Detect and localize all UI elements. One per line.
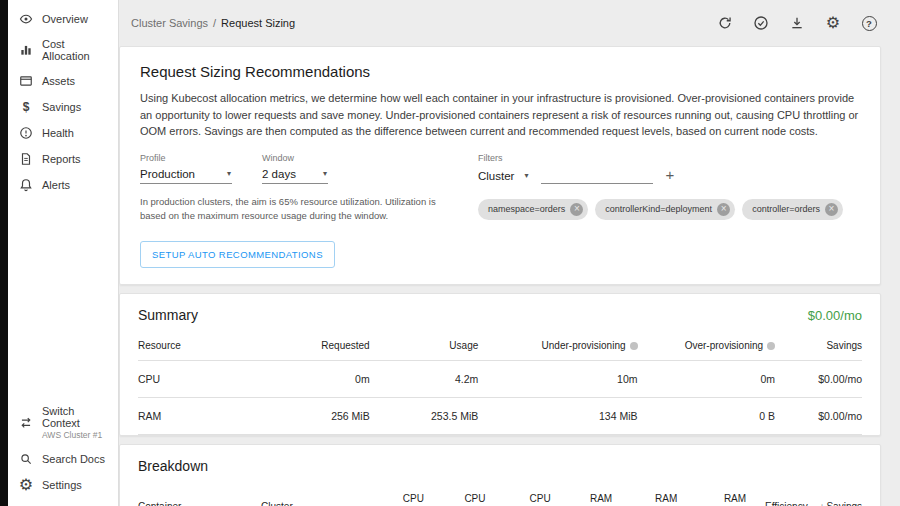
sidebar: Overview Cost Allocation Assets $ Saving… bbox=[8, 0, 119, 506]
assets-icon bbox=[19, 74, 33, 88]
table-row[interactable]: CPU 0m 4.2m 10m 0m $0.00/mo bbox=[138, 361, 862, 398]
total-savings-amount: $0.00/mo bbox=[808, 308, 862, 323]
cell-savings: $0.00/mo bbox=[775, 361, 862, 398]
sidebar-item-label: Cost Allocation bbox=[42, 38, 107, 62]
download-icon[interactable] bbox=[789, 15, 805, 31]
profile-select[interactable]: Production ▾ bbox=[140, 167, 232, 184]
breadcrumb-section[interactable]: Cluster Savings bbox=[131, 17, 208, 29]
cell-resource: RAM bbox=[138, 398, 254, 435]
sidebar-item-overview[interactable]: Overview bbox=[8, 6, 118, 32]
sidebar-footer: Switch Context AWS Cluster #1 Search Doc… bbox=[8, 399, 118, 506]
col-cpu-usage[interactable]: CPUusage bbox=[362, 482, 424, 506]
filter-chip-label: controller=orders bbox=[752, 204, 820, 214]
profile-note: In production clusters, the aim is 65% r… bbox=[140, 195, 442, 224]
col-ram-recommended[interactable]: RAMrecomm'd bbox=[677, 482, 746, 506]
cell-over: 0m bbox=[638, 361, 776, 398]
table-row[interactable]: RAM 256 MiB 253.5 MiB 134 MiB 0 B $0.00/… bbox=[138, 398, 862, 435]
cell-usage: 4.2m bbox=[370, 361, 479, 398]
refresh-icon[interactable] bbox=[717, 15, 733, 31]
cell-requested: 256 MiB bbox=[254, 398, 370, 435]
col-requested: Requested bbox=[254, 331, 370, 361]
settings-gear-icon[interactable]: ⚙ bbox=[825, 15, 841, 31]
sidebar-item-label: Savings bbox=[42, 101, 81, 113]
sidebar-item-assets[interactable]: Assets bbox=[8, 68, 118, 94]
info-icon[interactable] bbox=[767, 342, 775, 350]
switch-context-label: Switch Context bbox=[42, 405, 107, 429]
filter-chip[interactable]: controller=orders × bbox=[742, 199, 843, 220]
breadcrumb-separator: / bbox=[213, 17, 216, 29]
current-cluster-label: AWS Cluster #1 bbox=[42, 430, 107, 440]
window-label: Window bbox=[262, 153, 328, 163]
col-savings-sorted[interactable]: ↓Savings bbox=[808, 482, 862, 506]
col-ram-usage[interactable]: RAMusage bbox=[551, 482, 613, 506]
summary-card: Summary $0.00/mo Resource Requested Usag… bbox=[119, 293, 881, 436]
profile-selected-value: Production bbox=[140, 168, 195, 180]
chevron-down-icon: ▾ bbox=[227, 169, 231, 178]
settings-label: Settings bbox=[42, 479, 82, 491]
search-docs-label: Search Docs bbox=[42, 453, 105, 465]
sidebar-item-settings[interactable]: ⚙ Settings bbox=[8, 472, 118, 498]
topbar-actions: ⚙ ? bbox=[717, 15, 877, 31]
close-icon[interactable]: × bbox=[825, 203, 838, 216]
col-container[interactable]: Container bbox=[138, 482, 261, 506]
search-icon bbox=[19, 452, 33, 466]
breakdown-title: Breakdown bbox=[138, 458, 208, 474]
page-title: Request Sizing Recommendations bbox=[140, 63, 860, 80]
sidebar-item-health[interactable]: Health bbox=[8, 120, 118, 146]
app-window: Overview Cost Allocation Assets $ Saving… bbox=[0, 0, 900, 506]
sort-descending-icon: ↓ bbox=[819, 501, 824, 506]
sidebar-item-reports[interactable]: Reports bbox=[8, 146, 118, 172]
cell-under: 134 MiB bbox=[478, 398, 637, 435]
col-cpu-recommended[interactable]: CPUrecomm'd bbox=[486, 482, 551, 506]
main-content: Cluster Savings / Request Sizing ⚙ ? bbox=[119, 0, 900, 506]
breadcrumb: Cluster Savings / Request Sizing bbox=[131, 17, 295, 29]
filters-label: Filters bbox=[478, 153, 860, 163]
sidebar-item-label: Health bbox=[42, 127, 74, 139]
col-over-provisioning: Over-provisioning bbox=[638, 331, 776, 361]
filter-chip-label: controllerKind=deployment bbox=[605, 204, 712, 214]
topbar: Cluster Savings / Request Sizing ⚙ ? bbox=[119, 0, 881, 46]
col-ram-request[interactable]: RAMrequest bbox=[612, 482, 677, 506]
help-icon[interactable]: ? bbox=[861, 15, 877, 31]
summary-header-row: Resource Requested Usage Under-provision… bbox=[138, 331, 862, 361]
eye-icon bbox=[19, 12, 33, 26]
chevron-down-icon: ▾ bbox=[524, 171, 528, 180]
col-cluster[interactable]: Cluster bbox=[261, 482, 362, 506]
add-filter-icon[interactable]: + bbox=[665, 167, 674, 184]
col-cpu-request[interactable]: CPUrequest bbox=[424, 482, 486, 506]
sidebar-item-switch-context[interactable]: Switch Context AWS Cluster #1 bbox=[8, 399, 118, 446]
dollar-icon: $ bbox=[19, 100, 33, 114]
col-efficiency[interactable]: Efficiency bbox=[746, 482, 808, 506]
check-circle-icon[interactable] bbox=[753, 15, 769, 31]
cell-resource: CPU bbox=[138, 361, 254, 398]
cell-requested: 0m bbox=[254, 361, 370, 398]
close-icon[interactable]: × bbox=[717, 203, 730, 216]
breadcrumb-current-page: Request Sizing bbox=[221, 17, 295, 29]
profile-label: Profile bbox=[140, 153, 232, 163]
filter-chip[interactable]: namespace=orders × bbox=[478, 199, 588, 220]
cell-over: 0 B bbox=[638, 398, 776, 435]
window-selected-value: 2 days bbox=[262, 168, 296, 180]
window-select[interactable]: 2 days ▾ bbox=[262, 167, 328, 184]
bell-icon bbox=[19, 178, 33, 192]
request-sizing-card: Request Sizing Recommendations Using Kub… bbox=[119, 46, 881, 285]
sidebar-item-label: Overview bbox=[42, 13, 88, 25]
close-icon[interactable]: × bbox=[570, 203, 583, 216]
sidebar-item-cost-allocation[interactable]: Cost Allocation bbox=[8, 32, 118, 68]
setup-auto-recommendations-button[interactable]: SETUP AUTO RECOMMENDATIONS bbox=[140, 241, 335, 268]
sidebar-item-alerts[interactable]: Alerts bbox=[8, 172, 118, 198]
filter-chip-label: namespace=orders bbox=[488, 204, 565, 214]
sidebar-item-search-docs[interactable]: Search Docs bbox=[8, 446, 118, 472]
left-edge-strip bbox=[0, 0, 8, 506]
filter-property-value: Cluster bbox=[478, 170, 514, 182]
breakdown-card: Breakdown Container Cluster CPUusage CPU… bbox=[119, 444, 881, 506]
col-resource: Resource bbox=[138, 331, 254, 361]
filter-value-input[interactable] bbox=[541, 167, 653, 184]
info-icon[interactable] bbox=[630, 342, 638, 350]
sidebar-item-label: Alerts bbox=[42, 179, 70, 191]
filter-property-select[interactable]: Cluster ▾ bbox=[478, 169, 529, 184]
cell-usage: 253.5 MiB bbox=[370, 398, 479, 435]
filter-chip[interactable]: controllerKind=deployment × bbox=[595, 199, 735, 220]
sidebar-item-savings[interactable]: $ Savings bbox=[8, 94, 118, 120]
col-usage: Usage bbox=[370, 331, 479, 361]
